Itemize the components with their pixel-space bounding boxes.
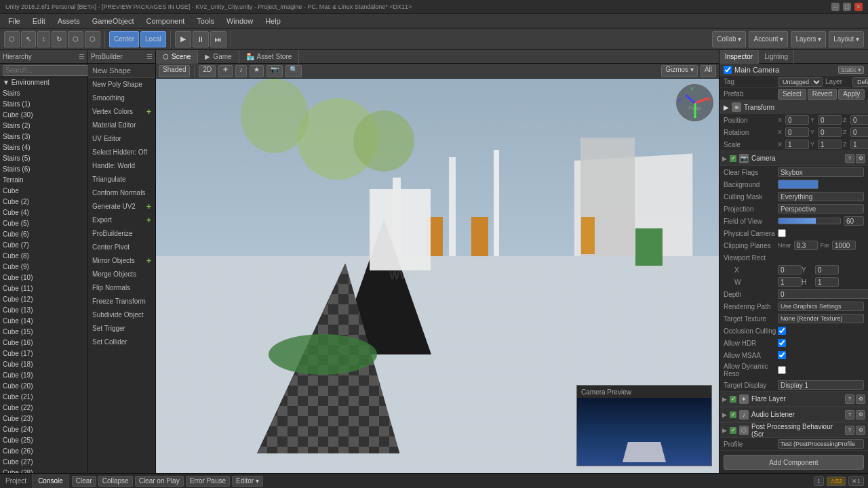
rot-x-input[interactable] bbox=[785, 127, 809, 137]
fov-input[interactable]: 60 bbox=[844, 216, 864, 226]
static-badge[interactable]: Static ▾ bbox=[838, 66, 864, 74]
layer-select[interactable]: Default bbox=[852, 77, 868, 87]
dynamic-res-checkbox[interactable] bbox=[778, 366, 786, 374]
target-display-select[interactable]: Display 1 bbox=[778, 380, 864, 390]
hierarchy-item-18[interactable]: Cube (10) bbox=[0, 272, 87, 283]
hierarchy-item-5[interactable]: Stairs (3) bbox=[0, 131, 87, 142]
pb-item-0[interactable]: New Shape bbox=[88, 64, 155, 78]
occlusion-checkbox[interactable] bbox=[778, 327, 786, 335]
vp-y-input[interactable]: 0 bbox=[815, 265, 839, 274]
hierarchy-item-12[interactable]: Cube (4) bbox=[0, 207, 87, 218]
step-button[interactable]: ⏭ bbox=[210, 31, 226, 47]
pb-item-18[interactable]: Subdivide Object bbox=[88, 308, 155, 322]
hierarchy-item-20[interactable]: Cube (12) bbox=[0, 294, 87, 305]
depth-input[interactable]: 0 bbox=[778, 289, 868, 299]
flare-settings-btn[interactable]: ⚙ bbox=[856, 394, 865, 404]
pos-z-input[interactable]: 0 bbox=[850, 115, 868, 125]
hierarchy-item-10[interactable]: Cube bbox=[0, 186, 87, 197]
hierarchy-item-15[interactable]: Cube (7) bbox=[0, 240, 87, 251]
account-button[interactable]: Account ▾ bbox=[749, 31, 788, 47]
hierarchy-item-11[interactable]: Cube (2) bbox=[0, 197, 87, 207]
rot-z-input[interactable] bbox=[850, 127, 868, 137]
all-button[interactable]: All bbox=[701, 65, 716, 77]
pb-item-8[interactable]: Triangulate bbox=[88, 173, 155, 186]
target-texture-select[interactable]: None (Render Texture) bbox=[778, 314, 864, 323]
collapse-button[interactable]: Collapse bbox=[98, 476, 133, 487]
hierarchy-item-25[interactable]: Cube (17) bbox=[0, 348, 87, 359]
hierarchy-item-19[interactable]: Cube (11) bbox=[0, 283, 87, 294]
close-button[interactable]: ✕ bbox=[854, 3, 863, 11]
pivot-button[interactable]: Center bbox=[109, 31, 139, 47]
pb-item-20[interactable]: Set Collider bbox=[88, 336, 155, 349]
maximize-button[interactable]: □ bbox=[843, 3, 851, 11]
vp-x-input[interactable]: 0 bbox=[778, 265, 802, 274]
tab-inspector[interactable]: Inspector bbox=[719, 50, 759, 64]
layout-button[interactable]: Layout ▾ bbox=[829, 31, 864, 47]
pp-help-btn[interactable]: ? bbox=[845, 426, 854, 435]
transform-tool-1[interactable]: ⬡ bbox=[4, 31, 20, 47]
far-input[interactable]: 1000 bbox=[832, 241, 856, 250]
hierarchy-item-8[interactable]: Stairs (6) bbox=[0, 164, 87, 175]
probuilder-options[interactable]: ☰ bbox=[146, 53, 153, 60]
menu-item-gameobject[interactable]: GameObject bbox=[87, 16, 140, 26]
menu-item-tools[interactable]: Tools bbox=[191, 16, 220, 26]
space-button[interactable]: Local bbox=[140, 31, 166, 47]
pos-x-input[interactable]: 0 bbox=[785, 115, 809, 125]
background-color-swatch[interactable] bbox=[778, 180, 818, 189]
camera-toggle[interactable]: ✓ bbox=[730, 155, 736, 162]
pb-item-6[interactable]: Select Hidden: Off bbox=[88, 146, 155, 159]
object-active-toggle[interactable] bbox=[724, 66, 732, 74]
pb-item-1[interactable]: New Poly Shape bbox=[88, 78, 155, 92]
minimize-button[interactable]: ─ bbox=[831, 3, 840, 11]
camera-settings-btn[interactable]: ⚙ bbox=[856, 154, 865, 163]
vp-h-input[interactable]: 1 bbox=[815, 277, 839, 287]
msaa-checkbox[interactable] bbox=[778, 351, 786, 359]
hierarchy-item-28[interactable]: Cube (20) bbox=[0, 381, 87, 392]
hierarchy-item-16[interactable]: Cube (8) bbox=[0, 251, 87, 262]
menu-item-edit[interactable]: Edit bbox=[27, 16, 51, 26]
add-component-button[interactable]: Add Component bbox=[724, 455, 864, 470]
pb-item-16[interactable]: Flip Normals bbox=[88, 281, 155, 295]
hierarchy-item-35[interactable]: Cube (27) bbox=[0, 457, 87, 468]
tab-asset-store[interactable]: 🏪 Asset Store bbox=[239, 50, 300, 64]
scl-x-input[interactable] bbox=[785, 140, 809, 149]
collab-button[interactable]: Collab ▾ bbox=[712, 31, 746, 47]
near-input[interactable]: 0.3 bbox=[794, 241, 818, 250]
hierarchy-item-7[interactable]: Stairs (5) bbox=[0, 153, 87, 164]
render-path-select[interactable]: Use Graphics Settings bbox=[778, 302, 864, 311]
hierarchy-item-14[interactable]: Cube (6) bbox=[0, 229, 87, 240]
pause-button[interactable]: ⏸ bbox=[193, 31, 209, 47]
tab-lighting[interactable]: Lighting bbox=[759, 50, 794, 64]
hierarchy-item-4[interactable]: Stairs (2) bbox=[0, 121, 87, 131]
fov-slider[interactable] bbox=[778, 218, 841, 224]
apply-button[interactable]: Apply bbox=[838, 89, 865, 100]
pb-item-17[interactable]: Freeze Transform bbox=[88, 295, 155, 308]
lighting-toggle[interactable]: ☀ bbox=[218, 65, 233, 77]
audio-toggle[interactable]: ✓ bbox=[730, 411, 736, 418]
tag-select[interactable]: Untagged bbox=[778, 77, 823, 87]
menu-item-component[interactable]: Component bbox=[140, 16, 190, 26]
scl-z-input[interactable] bbox=[850, 140, 868, 149]
rot-y-input[interactable] bbox=[818, 127, 842, 137]
hierarchy-item-33[interactable]: Cube (25) bbox=[0, 435, 87, 446]
pp-settings-btn[interactable]: ⚙ bbox=[856, 426, 865, 435]
hierarchy-item-23[interactable]: Cube (15) bbox=[0, 327, 87, 338]
vp-w-input[interactable]: 1 bbox=[778, 277, 802, 287]
tab-scene[interactable]: ⬡ Scene bbox=[156, 50, 198, 64]
hierarchy-item-6[interactable]: Stairs (4) bbox=[0, 142, 87, 153]
pb-item-19[interactable]: Set Trigger bbox=[88, 322, 155, 336]
hierarchy-item-3[interactable]: Cube (30) bbox=[0, 110, 87, 121]
scl-y-input[interactable] bbox=[818, 140, 842, 149]
hierarchy-item-26[interactable]: Cube (18) bbox=[0, 359, 87, 370]
transform-tool-2[interactable]: ↖ bbox=[21, 31, 36, 47]
clear-button[interactable]: Clear bbox=[72, 476, 96, 487]
hierarchy-item-13[interactable]: Cube (5) bbox=[0, 218, 87, 229]
editor-dropdown-button[interactable]: Editor ▾ bbox=[232, 476, 263, 487]
transform-tool-6[interactable]: ⬡ bbox=[85, 31, 100, 47]
clear-flags-select[interactable]: Skybox bbox=[778, 167, 864, 177]
hierarchy-item-32[interactable]: Cube (24) bbox=[0, 424, 87, 435]
pb-item-10[interactable]: Generate UV2+ bbox=[88, 200, 155, 214]
pb-item-2[interactable]: Smoothing bbox=[88, 92, 155, 105]
transform-tool-3[interactable]: ↕ bbox=[37, 31, 50, 47]
pb-item-15[interactable]: Merge Objects bbox=[88, 268, 155, 281]
